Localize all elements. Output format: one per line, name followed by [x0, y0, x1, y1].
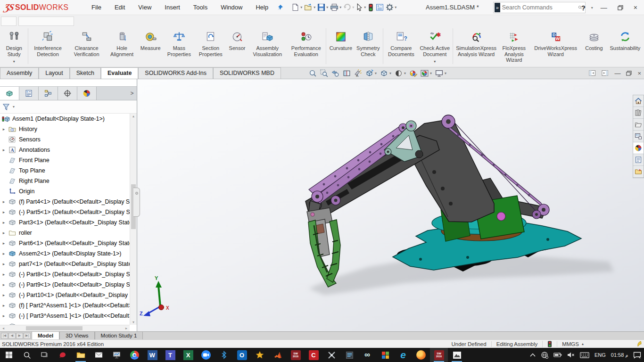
- expand-arrow[interactable]: ▸: [0, 199, 8, 204]
- save-button[interactable]: ▾: [317, 2, 329, 12]
- tree-item-part9[interactable]: ▸ (-) Part9<1> (Default<<Default>_Displa…: [0, 280, 130, 290]
- tree-item-part2-virtual[interactable]: ▸ (f) [ Part2^Assem1 ]<1> (Default<<Defa…: [0, 300, 130, 311]
- design-study-caret[interactable]: ▾: [13, 59, 15, 65]
- language-indicator[interactable]: ENG: [594, 352, 606, 358]
- tree-item-part10[interactable]: ▸ (-) Part10<1> (Default<<Default>_Displ…: [0, 290, 130, 300]
- edit-appearance-button[interactable]: [409, 69, 417, 77]
- view-palette-button[interactable]: [633, 131, 644, 142]
- performance-evaluation-button[interactable]: Performance Evaluation: [287, 27, 325, 67]
- curvature-button[interactable]: Curvature: [327, 27, 354, 67]
- restore-button[interactable]: [615, 5, 626, 10]
- firefox-icon[interactable]: [412, 348, 430, 362]
- tab-scroll-next[interactable]: ▶: [16, 333, 23, 339]
- tab-evaluate[interactable]: Evaluate: [101, 67, 138, 79]
- pane-left-toggle-icon[interactable]: [589, 70, 596, 76]
- action-center-icon[interactable]: [633, 352, 641, 359]
- tree-item-part7[interactable]: ▸ part7<1> (Default<<Default>_Display St…: [0, 259, 130, 269]
- rebuild-traffic-light-button[interactable]: [367, 2, 374, 13]
- expand-arrow[interactable]: ▸: [0, 127, 8, 132]
- solidworks-launcher-icon[interactable]: SW2016: [287, 348, 305, 362]
- task-view-icon[interactable]: [36, 348, 54, 362]
- start-button[interactable]: [0, 348, 18, 362]
- mail-app-icon[interactable]: [90, 348, 107, 362]
- model-canvas[interactable]: X Y Z: [138, 79, 644, 331]
- tree-item-part6[interactable]: ▸ Part6<1> (Default<<Default>_Display St…: [0, 238, 130, 248]
- expand-arrow[interactable]: ▸: [0, 293, 8, 297]
- clock[interactable]: 01:58 م: [611, 352, 628, 358]
- view-orientation-button[interactable]: ▾: [365, 69, 377, 77]
- clearance-verification-button[interactable]: Clearance Verification: [67, 27, 107, 67]
- unit-system-selector[interactable]: MMGS▴: [557, 341, 588, 347]
- projector-app-icon[interactable]: [107, 348, 125, 362]
- scroll-right-arrow[interactable]: ▸: [123, 326, 130, 330]
- tree-item-roller-folder[interactable]: ▸ roller: [0, 228, 130, 238]
- photos-app-icon[interactable]: [448, 348, 466, 362]
- section-view-button[interactable]: [343, 69, 351, 77]
- interference-detection-button[interactable]: Interference Detection: [29, 27, 66, 67]
- taskbar-search-icon[interactable]: [18, 348, 36, 362]
- mass-properties-button[interactable]: Mass Properties: [164, 27, 195, 67]
- help-caret[interactable]: ▾: [591, 6, 593, 10]
- tab-solidworks-mbd[interactable]: SOLIDWORKS MBD: [213, 67, 281, 79]
- expand-arrow[interactable]: ▸: [0, 210, 8, 214]
- view-settings-button[interactable]: ▾: [435, 69, 446, 77]
- horizontal-scroll-thumb[interactable]: [26, 326, 83, 330]
- office-icon[interactable]: [376, 348, 394, 362]
- outlook-icon[interactable]: O: [233, 348, 251, 362]
- tab-scroll-last[interactable]: ▶|: [24, 333, 31, 339]
- file-explorer-pane-button[interactable]: [633, 119, 644, 131]
- expand-arrow[interactable]: ▸: [0, 241, 8, 246]
- options-list-button[interactable]: [375, 2, 384, 12]
- star-app-icon[interactable]: [251, 348, 269, 362]
- tree-horizontal-scrollbar[interactable]: ◂ ▸: [0, 325, 130, 331]
- appearances-scenes-button[interactable]: [633, 142, 644, 154]
- new-document-button[interactable]: ▾: [291, 2, 303, 12]
- menu-insert[interactable]: Insert: [158, 0, 187, 15]
- motion-study-tab[interactable]: Motion Study 1: [95, 332, 143, 339]
- tree-item-part5[interactable]: ▸ (-) Part5<1> (Default<<Default>_Displa…: [0, 207, 130, 217]
- doc-close-button[interactable]: ×: [637, 70, 641, 77]
- sustainability-button[interactable]: Sustainability: [606, 27, 644, 67]
- tab-scroll-prev[interactable]: ◀: [8, 333, 16, 339]
- expand-arrow[interactable]: ▸: [0, 148, 8, 152]
- scroll-left-arrow[interactable]: ◂: [0, 326, 7, 330]
- panel-splitter-handle[interactable]: [133, 188, 140, 217]
- resources-home-button[interactable]: [633, 95, 644, 107]
- check-active-document-button[interactable]: ✱ Check Active Document ▾: [418, 27, 452, 67]
- section-properties-button[interactable]: Section Properties: [195, 27, 227, 67]
- open-button[interactable]: ▾: [304, 2, 316, 12]
- expand-arrow[interactable]: ▸: [0, 313, 8, 318]
- tree-item-right-plane[interactable]: Right Plane: [0, 176, 130, 186]
- close-button[interactable]: ×: [631, 4, 640, 11]
- main-arm[interactable]: [405, 119, 494, 222]
- simulationxpress-button[interactable]: SimulationXpress Analysis Wizard: [454, 27, 499, 67]
- edge-icon[interactable]: e: [394, 348, 412, 362]
- tab-sketch[interactable]: Sketch: [70, 67, 101, 79]
- tab-scroll-first[interactable]: |◀: [1, 333, 8, 339]
- 3d-views-tab[interactable]: 3D Views: [59, 332, 94, 339]
- menu-edit[interactable]: Edit: [108, 0, 132, 15]
- tree-item-part4[interactable]: ▸ (f) Part4<1> (Default<<Default>_Displa…: [0, 197, 130, 207]
- expand-arrow[interactable]: ▸: [0, 303, 8, 308]
- camtasia-infinity-app-icon[interactable]: ∞: [358, 348, 376, 362]
- bluetooth-icon[interactable]: [215, 348, 233, 362]
- expand-arrow[interactable]: ▸: [0, 251, 8, 256]
- word-icon[interactable]: W: [143, 348, 161, 362]
- tree-item-annotations[interactable]: ▸ A Annotations: [0, 145, 130, 155]
- menu-file[interactable]: File: [85, 0, 108, 15]
- tree-item-history[interactable]: ▸ History: [0, 124, 130, 134]
- tree-item-assem2[interactable]: ▸ Assem2<1> (Default<Display State-1>): [0, 248, 130, 259]
- expand-arrow[interactable]: ▸: [0, 282, 8, 287]
- design-library-button[interactable]: [633, 107, 644, 119]
- custom-properties-button[interactable]: [633, 154, 644, 166]
- touch-keyboard-icon[interactable]: [580, 352, 589, 358]
- tab-layout[interactable]: Layout: [39, 67, 70, 79]
- tree-item-part3[interactable]: ▸ Part3<1> (Default<<Default>_Display St…: [0, 217, 130, 228]
- property-manager-tab[interactable]: [19, 87, 39, 100]
- tree-item-top-plane[interactable]: Top Plane: [0, 165, 130, 176]
- chrome-icon[interactable]: [125, 348, 143, 362]
- tree-item-partial[interactable]: ▸: [0, 321, 130, 325]
- hide-show-items-button[interactable]: ▾: [395, 69, 406, 77]
- doc-minimize-button[interactable]: —: [614, 70, 620, 77]
- tree-vertical-scrollbar[interactable]: ▴ ▾: [130, 114, 137, 325]
